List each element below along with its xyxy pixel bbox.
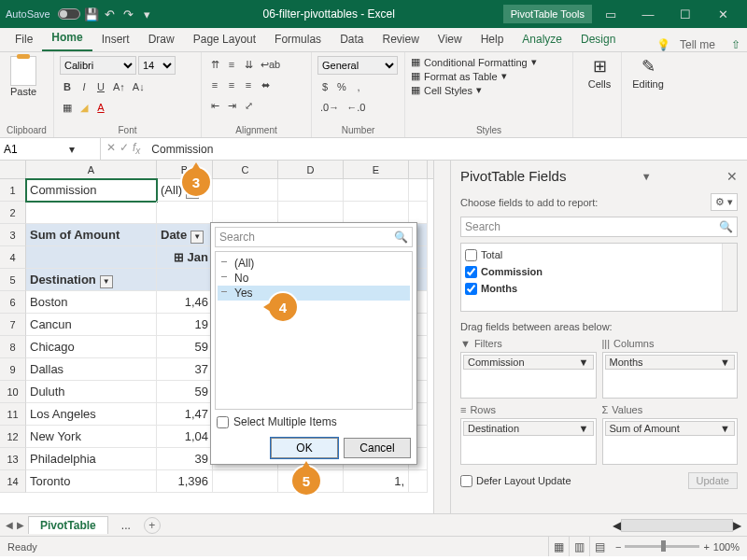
increase-font-button[interactable]: A↑	[110, 78, 128, 95]
close-pane-icon[interactable]: ✕	[726, 169, 738, 184]
cell[interactable]	[213, 179, 278, 202]
tell-me-search[interactable]: Tell me	[670, 38, 725, 51]
tab-data[interactable]: Data	[331, 28, 373, 51]
pivot-value[interactable]: 37	[157, 358, 213, 381]
cell[interactable]	[213, 202, 278, 224]
editing-button[interactable]: ✎Editing	[627, 56, 669, 90]
currency-icon[interactable]: $	[317, 78, 332, 95]
wrap-text-button[interactable]: ↩ab	[258, 56, 283, 73]
cell[interactable]	[157, 269, 213, 291]
format-as-table-button[interactable]: ▦Format as Table ▾	[411, 70, 567, 82]
row-header[interactable]: 1	[0, 179, 26, 202]
minimize-button[interactable]: —	[629, 7, 667, 21]
redo-icon[interactable]: ↷	[121, 7, 136, 21]
pivot-row-label[interactable]: Toronto	[26, 470, 157, 493]
save-icon[interactable]: 💾	[84, 7, 99, 21]
filters-drop-area[interactable]: Commission▼	[460, 352, 597, 399]
fx-icon[interactable]: fx	[133, 141, 140, 156]
tab-file[interactable]: File	[6, 28, 42, 51]
field-item-months[interactable]: Months	[465, 280, 733, 297]
fields-settings-button[interactable]: ⚙ ▾	[711, 193, 738, 211]
decrease-decimal-icon[interactable]: ←.0	[344, 99, 368, 116]
zoom-in-button[interactable]: +	[703, 541, 709, 553]
col-header-a[interactable]: A	[26, 161, 157, 178]
columns-drop-area[interactable]: Months▼	[602, 352, 739, 399]
select-all-corner[interactable]	[0, 161, 26, 178]
merge-button[interactable]: ⬌	[258, 77, 273, 93]
pivot-value[interactable]: 1,46	[157, 291, 213, 314]
cell[interactable]	[344, 179, 409, 202]
pivot-row-label[interactable]: Duluth	[26, 381, 157, 403]
number-format-select[interactable]: General	[317, 56, 398, 75]
row-header[interactable]: 7	[0, 314, 26, 336]
field-list-scrollbar[interactable]	[722, 244, 737, 311]
row-chip-destination[interactable]: Destination▼	[463, 421, 594, 436]
col-header-e[interactable]: E	[344, 161, 409, 178]
rows-drop-area[interactable]: Destination▼	[460, 418, 597, 465]
row-header[interactable]: 6	[0, 291, 26, 314]
align-middle-icon[interactable]: ≡	[224, 56, 239, 73]
col-header-f[interactable]	[409, 161, 428, 178]
increase-indent-icon[interactable]: ⇥	[224, 97, 239, 114]
align-bottom-icon[interactable]: ⇊	[241, 56, 256, 73]
row-header[interactable]: 8	[0, 336, 26, 358]
pivot-col-label[interactable]: ⊞ Jan	[157, 246, 213, 269]
cell-styles-button[interactable]: ▦Cell Styles ▾	[411, 84, 567, 96]
pivot-row-label[interactable]: Dallas	[26, 358, 157, 381]
vertical-scrollbar[interactable]	[433, 161, 450, 513]
zoom-out-button[interactable]: −	[615, 541, 621, 553]
row-header[interactable]: 11	[0, 403, 26, 426]
decrease-indent-icon[interactable]: ⇤	[207, 97, 222, 114]
cell-a1[interactable]: Commission	[26, 179, 157, 202]
orientation-icon[interactable]: ⤢	[241, 97, 256, 114]
cell[interactable]	[26, 202, 157, 224]
tab-review[interactable]: Review	[373, 28, 428, 51]
tab-page-layout[interactable]: Page Layout	[184, 28, 265, 51]
cancel-button[interactable]: Cancel	[344, 438, 411, 458]
cell[interactable]	[213, 470, 278, 493]
column-chip-months[interactable]: Months▼	[605, 355, 736, 370]
sheet-tab-active[interactable]: PivotTable	[28, 516, 108, 534]
pivot-value[interactable]: 1,04	[157, 426, 213, 448]
row-header[interactable]: 4	[0, 246, 26, 269]
cell[interactable]	[409, 179, 428, 202]
italic-button[interactable]: I	[77, 78, 92, 95]
tab-help[interactable]: Help	[472, 28, 514, 51]
row-header[interactable]: 3	[0, 224, 26, 246]
font-size-select[interactable]: 14	[138, 56, 176, 75]
pivot-row-header[interactable]: Destination▼	[26, 269, 157, 291]
defer-update-checkbox[interactable]	[460, 475, 472, 487]
percent-icon[interactable]: %	[334, 78, 349, 95]
tab-home[interactable]: Home	[42, 26, 92, 51]
decrease-font-button[interactable]: A↓	[130, 78, 148, 95]
cell[interactable]	[409, 202, 428, 224]
conditional-formatting-button[interactable]: ▦Conditional Formatting ▾	[411, 56, 567, 68]
row-header[interactable]: 14	[0, 470, 26, 493]
comma-icon[interactable]: ,	[351, 78, 366, 95]
col-header-d[interactable]: D	[278, 161, 344, 178]
increase-decimal-icon[interactable]: .0→	[317, 99, 342, 116]
ok-button[interactable]: OK	[271, 438, 338, 458]
bold-button[interactable]: B	[60, 78, 75, 95]
filter-search-input[interactable]: Search🔍	[215, 227, 413, 247]
tab-draw[interactable]: Draw	[139, 28, 184, 51]
cancel-formula-icon[interactable]: ✕	[106, 141, 116, 156]
pivot-value[interactable]: 1,	[344, 470, 409, 493]
value-chip-sum[interactable]: Sum of Amount▼	[605, 421, 736, 436]
filter-chip-commission[interactable]: Commission▼	[463, 355, 594, 370]
field-item-commission[interactable]: Commission	[465, 263, 733, 280]
filter-item-no[interactable]: No	[218, 271, 410, 286]
view-pagebreak-icon[interactable]: ▤	[589, 537, 610, 556]
filter-item-all[interactable]: (All)	[218, 256, 410, 271]
cells-button[interactable]: ⊞Cells	[579, 56, 620, 90]
enter-formula-icon[interactable]: ✓	[120, 141, 129, 156]
share-button[interactable]: ⇧	[725, 38, 747, 51]
new-sheet-button[interactable]: +	[144, 517, 161, 534]
tab-design[interactable]: Design	[571, 28, 625, 51]
zoom-slider[interactable]	[625, 545, 699, 548]
pivot-value[interactable]: 59	[157, 336, 213, 358]
align-right-icon[interactable]: ≡	[241, 77, 256, 93]
align-center-icon[interactable]: ≡	[224, 77, 239, 93]
tab-view[interactable]: View	[429, 28, 472, 51]
underline-button[interactable]: U	[93, 78, 108, 95]
